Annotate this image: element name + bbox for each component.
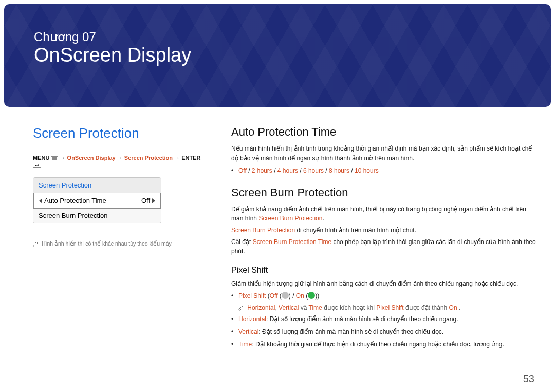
right-column: Auto Protection Time Nếu màn hình hiển t… (202, 125, 539, 360)
opt-6h: 6 hours (303, 167, 324, 174)
menu-row-screen-burn: Screen Burn Protection (33, 208, 161, 223)
chevron-left-icon (39, 198, 42, 203)
opt-off: Off (238, 167, 247, 174)
left-column: Screen Protection MENU → OnScreen Displa… (33, 125, 202, 360)
menu-row-label: Screen Burn Protection (39, 212, 107, 219)
sbp-heading: Screen Burn Protection (231, 186, 539, 199)
menu-icon (51, 155, 58, 161)
chapter-banner: Chương 07 OnScreen Display (4, 4, 551, 107)
pixel-shift-heading: Pixel Shift (231, 266, 539, 275)
page: Chương 07 OnScreen Display Screen Protec… (0, 4, 555, 392)
sbp-p1: Để giảm khả năng điểm ảnh chết trên màn … (231, 204, 539, 223)
opt-8h: 8 hours (329, 167, 349, 174)
ps-note: Horizontal, Vertical và Time được kích h… (231, 304, 539, 311)
crumb-part-1: OnScreen Display (67, 155, 116, 161)
crumb-part-2: Screen Protection (124, 155, 173, 161)
menu-row-auto-protection: Auto Protection Time Off (33, 193, 161, 209)
ps-time: Time: Đặt khoảng thời gian để thực hiện … (231, 340, 539, 349)
note-icon (33, 240, 38, 247)
chevron-right-icon (152, 198, 155, 203)
chapter-label: Chương 07 (34, 30, 530, 45)
apt-options: Off / 2 hours / 4 hours / 6 hours / 8 ho… (231, 166, 539, 176)
ps-vertical: Vertical: Đặt số lượng điểm ảnh mà màn h… (231, 327, 539, 337)
menu-preview: Screen Protection Auto Protection Time O… (33, 177, 161, 223)
apt-body: Nếu màn hình hiển thị ảnh tĩnh trong kho… (231, 144, 539, 163)
radio-on-icon (308, 292, 315, 299)
opt-2h: 2 hours (252, 167, 272, 174)
sbp-p3: Cài đặt Screen Burn Protection Time cho … (231, 237, 539, 256)
menu-header: Screen Protection (33, 178, 161, 193)
arrow-icon: → (117, 155, 124, 161)
menu-row-value: Off (141, 197, 150, 204)
section-heading: Screen Protection (33, 125, 202, 141)
apt-heading: Auto Protection Time (231, 125, 539, 139)
opt-4h: 4 hours (278, 167, 298, 174)
crumb-enter: ENTER (181, 155, 200, 161)
footnote: Hình ảnh hiển thị có thể khác nhau tùy t… (33, 240, 202, 247)
radio-off-icon (282, 292, 289, 299)
arrow-icon: → (60, 155, 67, 161)
enter-icon (33, 162, 41, 168)
ps-toggle: Pixel Shift (Off () / On ()) (231, 291, 539, 301)
svg-rect-4 (33, 163, 41, 168)
divider (33, 236, 136, 236)
opt-10h: 10 hours (355, 167, 379, 174)
ps-body: Giảm thiểu hiện tượng giữ lại hình ảnh b… (231, 279, 539, 289)
auto-protection-time-section: Auto Protection Time Nếu màn hình hiển t… (231, 125, 539, 176)
menu-row-label: Auto Protection Time (44, 197, 106, 204)
arrow-icon: → (174, 155, 181, 161)
ps-horizontal: Horizontal: Đặt số lượng điểm ảnh mà màn… (231, 314, 539, 324)
screen-burn-protection-section: Screen Burn Protection Để giảm khả năng … (231, 186, 539, 349)
content-columns: Screen Protection MENU → OnScreen Displa… (0, 107, 555, 360)
chapter-title: OnScreen Display (34, 45, 530, 66)
crumb-menu: MENU (33, 155, 49, 161)
page-number: 53 (523, 373, 534, 385)
menu-header-label: Screen Protection (39, 181, 91, 189)
footnote-text: Hình ảnh hiển thị có thể khác nhau tùy t… (42, 240, 173, 247)
sbp-p2: Screen Burn Protection di chuyển hình ản… (231, 226, 539, 235)
note-icon (238, 304, 245, 311)
breadcrumb: MENU → OnScreen Display → Screen Protect… (33, 155, 202, 168)
